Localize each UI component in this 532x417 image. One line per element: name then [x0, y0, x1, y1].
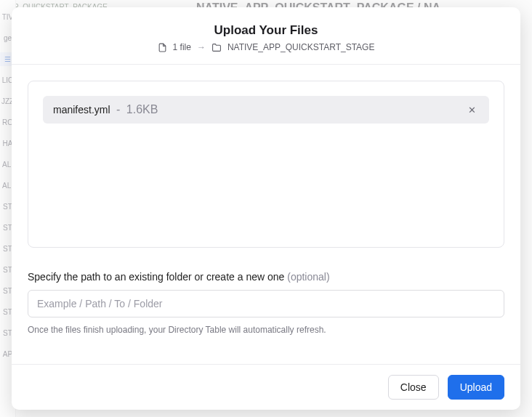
- file-count-label: 1 file: [173, 42, 191, 52]
- file-sep: -: [113, 103, 124, 116]
- remove-file-button[interactable]: ✕: [464, 102, 479, 117]
- close-button[interactable]: Close: [388, 375, 439, 400]
- file-name: manifest.yml: [53, 104, 110, 116]
- upload-modal: Upload Your Files 1 file → NATIVE_APP_QU…: [12, 7, 520, 410]
- path-input[interactable]: [28, 290, 504, 317]
- arrow-right-icon: →: [197, 42, 206, 52]
- modal-footer: Close Upload: [12, 364, 520, 410]
- modal-subline: 1 file → NATIVE_APP_QUICKSTART_STAGE: [26, 42, 506, 52]
- upload-button[interactable]: Upload: [448, 375, 504, 400]
- path-section: Specify the path to an existing folder o…: [28, 271, 504, 335]
- file-drop-area[interactable]: manifest.yml - 1.6KB ✕: [28, 81, 504, 248]
- path-label-text: Specify the path to an existing folder o…: [28, 271, 287, 283]
- path-hint: Once the files finish uploading, your Di…: [28, 325, 504, 335]
- folder-icon: [211, 43, 222, 52]
- file-row: manifest.yml - 1.6KB ✕: [43, 96, 489, 124]
- modal-body: manifest.yml - 1.6KB ✕ Specify the path …: [12, 65, 520, 364]
- modal-title: Upload Your Files: [26, 23, 506, 38]
- path-label: Specify the path to an existing folder o…: [28, 271, 504, 283]
- close-icon: ✕: [468, 105, 476, 116]
- path-optional: (optional): [287, 271, 329, 283]
- file-size: 1.6KB: [126, 103, 158, 116]
- file-icon: [158, 43, 167, 52]
- modal-header: Upload Your Files 1 file → NATIVE_APP_QU…: [12, 7, 520, 65]
- file-label: manifest.yml - 1.6KB: [53, 103, 158, 116]
- destination-label: NATIVE_APP_QUICKSTART_STAGE: [227, 42, 375, 52]
